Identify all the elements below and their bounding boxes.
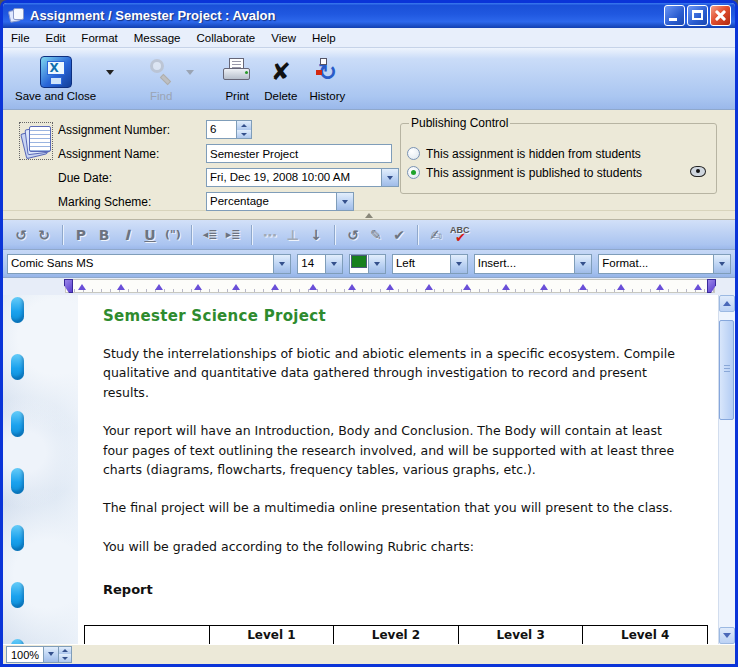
font-color-select[interactable] (349, 254, 386, 274)
scrollbar-thumb[interactable] (719, 320, 734, 420)
separator (191, 225, 192, 245)
font-size-select[interactable]: 14 (297, 254, 343, 274)
print-button[interactable]: Print (218, 52, 256, 104)
paragraph-icon[interactable]: P (71, 226, 91, 244)
chevron-down-icon[interactable] (325, 255, 342, 273)
ruler[interactable] (65, 279, 715, 293)
align-select[interactable]: Left (392, 254, 468, 274)
separator (334, 225, 335, 245)
format-select[interactable]: Format... (598, 254, 731, 274)
menu-collaborate[interactable]: Collaborate (188, 30, 263, 46)
autocorrect-icon[interactable]: ✍ (426, 226, 446, 244)
chevron-down-icon[interactable] (368, 255, 385, 273)
tab-stop-marker[interactable] (386, 284, 394, 290)
menu-file[interactable]: File (3, 30, 38, 46)
undo-icon[interactable]: ↺ (11, 226, 31, 244)
chevron-down-icon[interactable] (450, 255, 467, 273)
italic-icon[interactable]: I (117, 226, 137, 244)
spellcheck-icon[interactable]: ABC ✔ (449, 225, 473, 245)
tab-stop-marker[interactable] (463, 284, 471, 290)
quote-icon[interactable]: (") (163, 227, 183, 242)
chevron-down-icon[interactable] (381, 169, 398, 186)
splitter-bar[interactable] (3, 211, 735, 220)
splitter-handle-icon[interactable] (365, 213, 373, 218)
scroll-down-icon[interactable] (719, 627, 735, 644)
tab-stop-marker[interactable] (425, 284, 433, 290)
redo-icon[interactable]: ↻ (34, 226, 54, 244)
format-toolbar-icons: ↺ ↻ P B I U (") ◂≣ ▸≣ ⋯ ⊥ ↓ ↺ ✎ ✔ ✍ ABC … (3, 220, 735, 250)
tab-stop-marker[interactable] (656, 284, 664, 290)
status-bar: 100% (3, 644, 735, 663)
assignment-name-field[interactable] (206, 144, 392, 163)
spinner-arrows-icon[interactable] (236, 121, 251, 138)
document-content[interactable]: Semester Science Project Study the inter… (3, 295, 718, 644)
font-family-select[interactable]: Comic Sans MS (7, 254, 291, 274)
tab-stop-marker[interactable] (348, 284, 356, 290)
report-heading: Report (103, 582, 688, 597)
tab-stop-marker[interactable] (309, 284, 317, 290)
rubric-table: Level 1 Level 2 Level 3 Level 4 Introduc… (84, 625, 708, 644)
move-down-icon[interactable]: ↓ (306, 226, 326, 244)
menu-view[interactable]: View (263, 30, 304, 46)
header-cell: Level 1 (209, 626, 334, 645)
tab-stop-marker[interactable] (155, 284, 163, 290)
due-date-label: Due Date: (58, 171, 206, 185)
tab-stop-marker[interactable] (540, 284, 548, 290)
tab-stop-marker[interactable] (694, 284, 702, 290)
assignment-form: Assignment Number: 6 Assignment Name: Du… (3, 110, 735, 211)
menu-edit[interactable]: Edit (38, 30, 74, 46)
accept-icon[interactable]: ✔ (389, 226, 409, 244)
close-icon[interactable] (710, 5, 731, 26)
hidden-radio[interactable] (407, 147, 420, 160)
vertical-scrollbar[interactable] (718, 295, 735, 644)
chevron-down-icon[interactable] (574, 255, 591, 273)
tab-stop-marker[interactable] (579, 284, 587, 290)
chevron-down-icon[interactable] (336, 193, 353, 210)
scroll-up-icon[interactable] (719, 295, 735, 312)
published-radio[interactable] (407, 166, 420, 179)
insert-select[interactable]: Insert... (474, 254, 593, 274)
indent-icon[interactable]: ▸≣ (223, 227, 243, 242)
tab-stop-marker[interactable] (78, 284, 86, 290)
tab-stop-marker[interactable] (271, 284, 279, 290)
tab-stop-marker[interactable] (617, 284, 625, 290)
chevron-down-icon[interactable] (43, 647, 58, 662)
document-title: Semester Science Project (103, 307, 688, 325)
title-bar: Assignment / Semester Project : Avalon (3, 3, 735, 28)
header-cell: Level 4 (583, 626, 708, 645)
zoom-spinner-icon[interactable] (58, 647, 71, 662)
assignment-number-stepper[interactable]: 6 (206, 120, 252, 139)
history-button[interactable]: ↻ History (305, 52, 349, 104)
chevron-down-icon[interactable] (273, 255, 290, 273)
menu-help[interactable]: Help (304, 30, 344, 46)
separator (251, 225, 252, 245)
bold-icon[interactable]: B (94, 226, 114, 244)
minimize-icon[interactable] (664, 5, 685, 26)
tab-stop-marker[interactable] (232, 284, 240, 290)
underline-icon[interactable]: U (140, 226, 160, 244)
delete-button[interactable]: ✘ Delete (260, 52, 301, 104)
marking-scheme-select[interactable]: Percentage (206, 192, 354, 211)
header-cell: Level 3 (458, 626, 583, 645)
tab-stop-marker[interactable] (194, 284, 202, 290)
scrollbar-track[interactable] (719, 312, 735, 627)
save-and-close-button[interactable]: X Save and Close (11, 52, 100, 104)
pencil-icon[interactable]: ✎ (366, 226, 386, 244)
outdent-icon[interactable]: ◂≣ (200, 227, 220, 242)
assignment-number-value: 6 (207, 121, 236, 138)
tab-stop-marker[interactable] (502, 284, 510, 290)
zoom-control[interactable]: 100% (6, 646, 72, 663)
save-dropdown-arrow-icon[interactable] (106, 70, 114, 75)
document-viewport[interactable]: Semester Science Project Study the inter… (3, 295, 718, 644)
menu-message[interactable]: Message (126, 30, 189, 46)
tab-stop-marker[interactable] (117, 284, 125, 290)
rotate-icon[interactable]: ↺ (343, 226, 363, 244)
zoom-value: 100% (7, 647, 43, 662)
assignment-icon (19, 122, 53, 160)
due-date-select[interactable]: Fri, Dec 19, 2008 10:00 AM (206, 168, 399, 187)
chevron-down-icon[interactable] (713, 255, 730, 273)
maximize-icon[interactable] (687, 5, 708, 26)
menu-format[interactable]: Format (73, 30, 125, 46)
insert-value: Insert... (475, 255, 575, 273)
font-family-value: Comic Sans MS (8, 255, 273, 273)
